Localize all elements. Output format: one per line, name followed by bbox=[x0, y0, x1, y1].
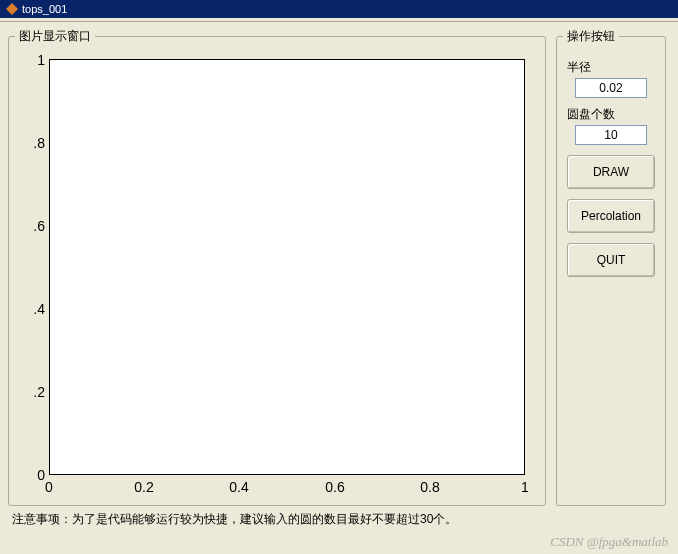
ytick-5: 1 bbox=[19, 52, 45, 68]
note-text: 注意事项：为了是代码能够运行较为快捷，建议输入的圆的数目最好不要超过30个。 bbox=[12, 511, 457, 528]
app-icon bbox=[6, 3, 18, 15]
client-area: 图片显示窗口 0 .2 .4 .6 .8 1 0 0.2 0.4 0.6 0.8… bbox=[0, 22, 678, 554]
watermark: CSDN @fpga&matlab bbox=[550, 534, 668, 550]
xtick-5: 1 bbox=[521, 479, 529, 495]
xtick-1: 0.2 bbox=[134, 479, 153, 495]
xtick-4: 0.8 bbox=[420, 479, 439, 495]
plot-area: 0 .2 .4 .6 .8 1 0 0.2 0.4 0.6 0.8 1 bbox=[15, 53, 535, 503]
percolation-button[interactable]: Percolation bbox=[567, 199, 655, 233]
axes[interactable] bbox=[49, 59, 525, 475]
count-input[interactable] bbox=[575, 125, 647, 145]
ytick-2: .4 bbox=[19, 301, 45, 317]
xtick-0: 0 bbox=[45, 479, 53, 495]
ytick-1: .2 bbox=[19, 384, 45, 400]
draw-button[interactable]: DRAW bbox=[567, 155, 655, 189]
ytick-0: 0 bbox=[19, 467, 45, 483]
count-label: 圆盘个数 bbox=[567, 106, 655, 123]
plot-panel: 图片显示窗口 0 .2 .4 .6 .8 1 0 0.2 0.4 0.6 0.8… bbox=[8, 28, 546, 506]
xtick-3: 0.6 bbox=[325, 479, 344, 495]
ytick-4: .8 bbox=[19, 135, 45, 151]
radius-label: 半径 bbox=[567, 59, 655, 76]
ytick-3: .6 bbox=[19, 218, 45, 234]
radius-input[interactable] bbox=[575, 78, 647, 98]
xtick-2: 0.4 bbox=[229, 479, 248, 495]
controls-panel-legend: 操作按钮 bbox=[563, 28, 619, 45]
window-title: tops_001 bbox=[22, 3, 67, 15]
plot-panel-legend: 图片显示窗口 bbox=[15, 28, 95, 45]
controls-panel: 操作按钮 半径 圆盘个数 DRAW Percolation QUIT bbox=[556, 28, 666, 506]
titlebar: tops_001 bbox=[0, 0, 678, 18]
quit-button[interactable]: QUIT bbox=[567, 243, 655, 277]
